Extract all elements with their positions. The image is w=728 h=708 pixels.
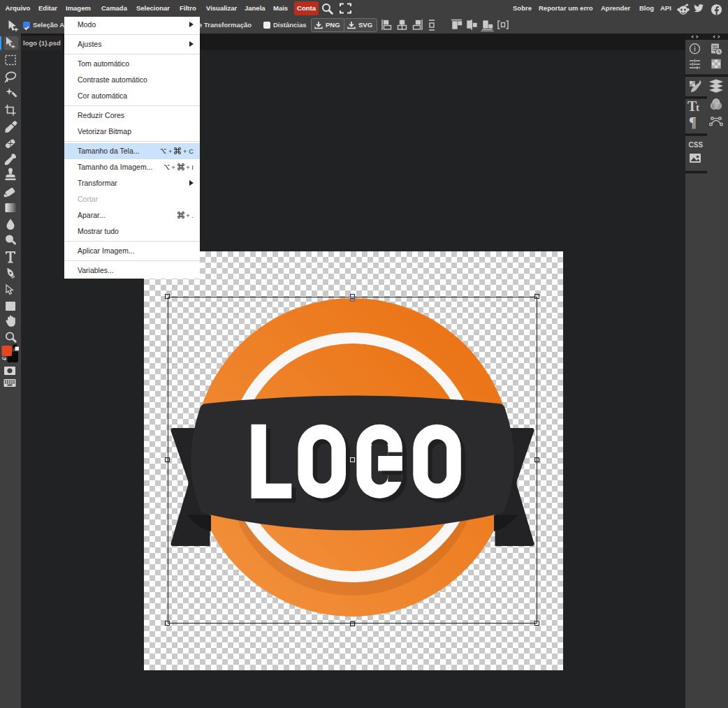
- svg-text:CSS: CSS: [689, 141, 704, 149]
- svg-text:¶: ¶: [689, 115, 697, 130]
- svg-text:t: t: [696, 102, 699, 113]
